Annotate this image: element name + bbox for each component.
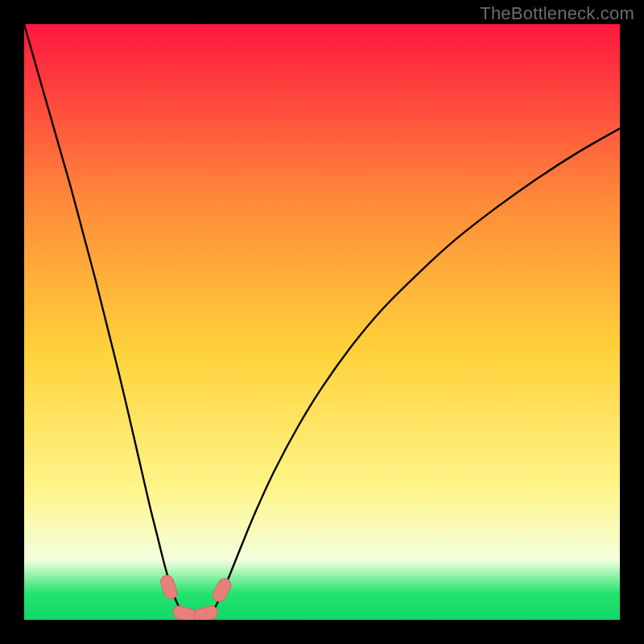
curve-marker	[192, 605, 219, 620]
chart-frame: TheBottleneck.com	[0, 0, 644, 644]
bottleneck-curve	[24, 24, 620, 616]
curve-marker	[211, 576, 233, 604]
curve-marker	[159, 573, 179, 601]
watermark-text: TheBottleneck.com	[480, 3, 634, 24]
curve-layer	[24, 24, 620, 620]
plot-area	[24, 24, 620, 620]
curve-markers	[159, 573, 233, 620]
